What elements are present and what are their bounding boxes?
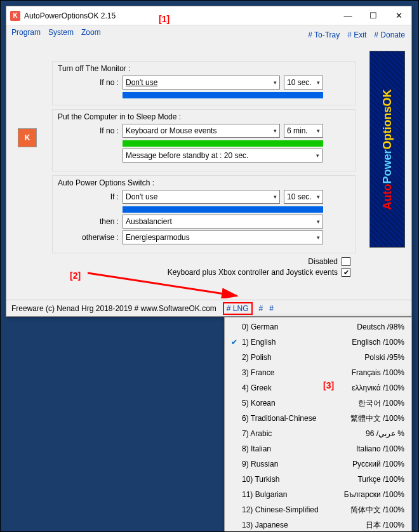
close-button[interactable]: ✕ bbox=[386, 6, 411, 25]
chevron-down-icon: ▾ bbox=[317, 79, 320, 86]
sleep-label-ifno: If no : bbox=[58, 126, 119, 135]
lang-item-10[interactable]: 10) Turkish Turkçe /100% bbox=[227, 472, 409, 487]
statusbar: Freeware (c) Nenad Hrg 2018-2019 # www.S… bbox=[6, 300, 411, 316]
group-monitor-title: Turn off The Monitor : bbox=[58, 64, 350, 73]
lang-item-3[interactable]: 3) France Français /100% bbox=[227, 365, 409, 380]
link-exit[interactable]: # Exit bbox=[347, 30, 366, 39]
chevron-down-icon: ▾ bbox=[317, 218, 320, 225]
promo-banner: AutoPowerOptionsOK bbox=[369, 51, 405, 248]
hash-link-1[interactable]: # bbox=[259, 304, 263, 313]
chevron-down-icon: ▾ bbox=[274, 194, 277, 200]
lang-item-13[interactable]: 13) Japanese 日本 /100% bbox=[227, 517, 409, 532]
link-donate[interactable]: # Donate bbox=[374, 30, 405, 39]
banner-options: OptionsOK bbox=[381, 89, 394, 149]
chevron-down-icon: ▾ bbox=[317, 234, 320, 241]
sleep-select-time[interactable]: 6 min.▾ bbox=[284, 124, 323, 138]
xbox-checkbox[interactable]: ✔ bbox=[342, 268, 350, 277]
top-links: # To-Tray # Exit # Donate bbox=[308, 30, 405, 39]
sleep-progress-bar bbox=[123, 140, 323, 147]
disabled-label: Disabled bbox=[308, 257, 338, 266]
app-icon: K bbox=[10, 11, 20, 21]
monitor-select-condition[interactable]: Don't use▾ bbox=[123, 76, 280, 90]
lang-item-4[interactable]: 4) Greek ελληνικά /100% bbox=[227, 380, 409, 396]
disabled-checkbox[interactable] bbox=[342, 257, 350, 266]
group-monitor-off: Turn off The Monitor : If no : Don't use… bbox=[52, 61, 356, 105]
power-select-if[interactable]: Don't use▾ bbox=[123, 190, 280, 204]
xbox-label: Keyboard plus Xbox controller and Joysti… bbox=[168, 268, 338, 277]
lang-item-9[interactable]: 9) Russian Русский /100% bbox=[227, 456, 409, 472]
lang-item-11[interactable]: 11) Bulgarian Български /100% bbox=[227, 487, 409, 502]
group-power-title: Auto Power Options Switch : bbox=[58, 178, 350, 187]
power-label-if: If : bbox=[58, 192, 119, 201]
footer-text: Freeware (c) Nenad Hrg 2018-2019 # www.S… bbox=[11, 304, 216, 313]
maximize-button[interactable]: ☐ bbox=[361, 6, 386, 25]
power-progress-bar bbox=[123, 206, 323, 213]
minimize-button[interactable]: — bbox=[335, 6, 361, 25]
chevron-down-icon: ▾ bbox=[317, 128, 320, 134]
lang-item-8[interactable]: 8) Italian Italiano /100% bbox=[227, 441, 409, 456]
sleep-select-message[interactable]: Message before standby at : 20 sec.▾ bbox=[123, 149, 323, 163]
lang-item-7[interactable]: 7) Arabic عربي/ 96 % bbox=[227, 426, 409, 441]
annotation-2: [2] bbox=[70, 270, 81, 281]
monitor-progress-bar bbox=[123, 92, 323, 98]
lang-item-0[interactable]: 0) German Deutsch /98% bbox=[227, 319, 409, 335]
banner-power: Power bbox=[381, 149, 394, 183]
power-select-then[interactable]: Ausbalanciert▾ bbox=[123, 215, 323, 229]
menu-zoom[interactable]: Zoom bbox=[81, 28, 101, 37]
monitor-select-time[interactable]: 10 sec.▾ bbox=[284, 76, 323, 90]
monitor-label-ifno: If no : bbox=[58, 78, 119, 87]
power-select-time[interactable]: 10 sec.▾ bbox=[284, 190, 323, 204]
hash-link-2[interactable]: # bbox=[269, 304, 274, 313]
language-menu: 0) German Deutsch /98% ✔ 1) English Engl… bbox=[224, 317, 412, 532]
menu-system[interactable]: System bbox=[48, 28, 74, 37]
chevron-down-icon: ▾ bbox=[316, 152, 319, 159]
chevron-down-icon: ▾ bbox=[274, 128, 277, 134]
power-select-otherwise[interactable]: Energiesparmodus▾ bbox=[123, 230, 323, 244]
group-sleep-title: Put the Computer in to Sleep Mode : bbox=[58, 112, 350, 121]
power-label-otherwise: otherwise : bbox=[58, 233, 119, 242]
link-totray[interactable]: # To-Tray bbox=[308, 30, 340, 39]
lang-item-5[interactable]: 5) Korean 한국어 /100% bbox=[227, 396, 409, 411]
chevron-down-icon: ▾ bbox=[274, 79, 277, 86]
titlebar: K AutoPowerOptionsOK 2.15 — ☐ ✕ bbox=[6, 6, 411, 25]
check-icon: ✔ bbox=[227, 338, 242, 347]
lng-button[interactable]: # LNG bbox=[223, 302, 253, 315]
group-power-switch: Auto Power Options Switch : If : Don't u… bbox=[52, 175, 356, 253]
banner-auto: Auto bbox=[381, 183, 394, 209]
window-title: AutoPowerOptionsOK 2.15 bbox=[24, 11, 116, 20]
chevron-down-icon: ▾ bbox=[317, 194, 320, 200]
menu-program[interactable]: Program bbox=[11, 28, 41, 37]
annotation-3: [3] bbox=[323, 380, 334, 390]
lang-item-1[interactable]: ✔ 1) English Englisch /100% bbox=[227, 335, 409, 350]
lang-item-2[interactable]: 2) Polish Polski /95% bbox=[227, 350, 409, 365]
annotation-1: [1] bbox=[159, 14, 170, 24]
lang-item-6[interactable]: 6) Traditional-Chinese 繁體中文 /100% bbox=[227, 411, 409, 426]
sleep-select-condition[interactable]: Keyboard or Mouse events▾ bbox=[123, 124, 280, 138]
power-label-then: then : bbox=[58, 217, 119, 226]
lang-item-12[interactable]: 12) Chinese-Simplified 简体中文 /100% bbox=[227, 502, 409, 517]
group-sleep-mode: Put the Computer in to Sleep Mode : If n… bbox=[52, 109, 356, 171]
app-window: K AutoPowerOptionsOK 2.15 — ☐ ✕ Program … bbox=[6, 6, 412, 317]
